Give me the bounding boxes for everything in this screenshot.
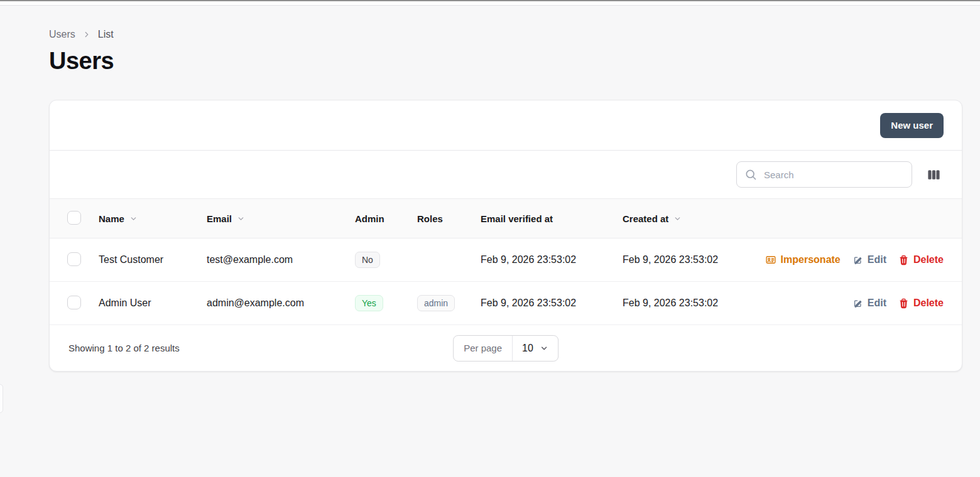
columns-icon <box>927 168 941 182</box>
role-badge: admin <box>417 295 455 311</box>
per-page-select[interactable]: 10 <box>513 336 558 361</box>
page-title: Users <box>49 48 962 73</box>
delete-button[interactable]: Delete <box>898 297 944 309</box>
column-header-email[interactable]: Email <box>207 213 355 224</box>
identification-card-icon <box>765 254 776 265</box>
cell-email-verified-at: Feb 9, 2026 23:53:02 <box>481 254 623 265</box>
edit-button[interactable]: Edit <box>852 254 886 266</box>
new-user-button[interactable]: New user <box>880 113 944 138</box>
table-toolbar <box>50 151 962 198</box>
table-header-row: Name Email Admin Roles Email verified at… <box>50 198 962 238</box>
table-footer: Showing 1 to 2 of 2 results Per page 10 <box>50 325 962 371</box>
search-box[interactable] <box>736 161 912 188</box>
cell-roles: admin <box>417 295 481 311</box>
users-table-card: New user Name Email Admin <box>49 100 962 372</box>
table-row: Test Customer test@example.com No Feb 9,… <box>50 238 962 282</box>
impersonate-button[interactable]: Impersonate <box>765 254 841 266</box>
browser-top-strip <box>0 0 980 6</box>
row-actions: Edit Delete <box>756 297 944 309</box>
results-summary: Showing 1 to 2 of 2 results <box>68 343 180 353</box>
trash-icon <box>898 255 909 265</box>
left-edge-handle <box>0 384 3 413</box>
pencil-square-icon <box>852 255 863 265</box>
per-page-label: Per page <box>454 336 513 361</box>
table-row: Admin User admin@example.com Yes admin F… <box>50 282 962 325</box>
breadcrumb: Users List <box>49 29 962 40</box>
sort-chevron-down-icon <box>129 215 138 223</box>
pencil-square-icon <box>852 298 863 309</box>
select-all-checkbox[interactable] <box>67 211 81 225</box>
cell-name: Test Customer <box>99 254 207 265</box>
cell-name: Admin User <box>99 297 207 309</box>
cell-email-verified-at: Feb 9, 2026 23:53:02 <box>481 297 623 309</box>
page-content: Users List Users New user Name <box>49 29 962 372</box>
cell-email: admin@example.com <box>207 297 355 309</box>
cell-email: test@example.com <box>207 254 355 265</box>
chevron-right-icon <box>82 30 91 39</box>
breadcrumb-users-link[interactable]: Users <box>49 29 75 40</box>
row-checkbox[interactable] <box>67 296 81 309</box>
edit-button[interactable]: Edit <box>852 297 886 309</box>
cell-created-at: Feb 9, 2026 23:53:02 <box>623 254 756 265</box>
toggle-columns-button[interactable] <box>925 166 942 183</box>
row-actions: Impersonate Edit Delete <box>756 254 944 266</box>
chevron-down-icon <box>540 344 548 353</box>
column-header-name[interactable]: Name <box>99 213 207 224</box>
sort-chevron-down-icon <box>673 215 682 223</box>
column-header-created-at[interactable]: Created at <box>623 213 756 224</box>
per-page-value: 10 <box>522 343 533 354</box>
admin-badge: Yes <box>355 295 383 311</box>
sort-chevron-down-icon <box>237 215 245 223</box>
admin-badge: No <box>355 252 380 268</box>
search-input[interactable] <box>763 169 904 181</box>
breadcrumb-current: List <box>98 29 114 40</box>
cell-created-at: Feb 9, 2026 23:53:02 <box>623 297 756 309</box>
search-icon <box>744 168 757 181</box>
delete-button[interactable]: Delete <box>898 254 944 266</box>
row-checkbox[interactable] <box>67 252 81 266</box>
column-header-email-verified-at: Email verified at <box>481 213 623 224</box>
trash-icon <box>898 298 909 309</box>
table-header-bar: New user <box>50 100 962 151</box>
per-page-control: Per page 10 <box>453 335 558 362</box>
column-header-admin: Admin <box>355 213 417 224</box>
column-header-roles: Roles <box>417 213 481 224</box>
